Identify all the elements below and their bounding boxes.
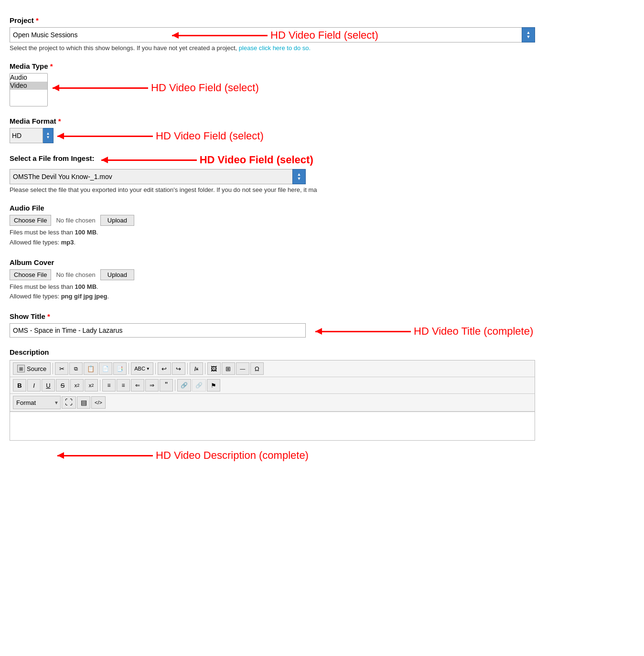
editor-content-area[interactable]: [10, 412, 535, 440]
unlink-btn[interactable]: 🔗: [192, 379, 206, 391]
ingest-label: Select a File from Ingest: HD Video Fiel…: [10, 154, 535, 166]
fullscreen-btn[interactable]: ⛶: [62, 396, 76, 409]
copy-btn[interactable]: ⧉: [69, 362, 83, 375]
italic-btn[interactable]: I: [27, 379, 41, 391]
blockquote-btn[interactable]: ": [160, 379, 173, 391]
subscript-btn[interactable]: x2: [70, 379, 84, 391]
project-label: Project *: [10, 16, 535, 24]
hr-btn[interactable]: —: [236, 362, 249, 375]
annotation-media-type: HD Video Field (select): [151, 82, 259, 94]
underline-btn[interactable]: U: [42, 379, 55, 391]
media-type-select[interactable]: Audio Video: [10, 73, 48, 106]
unordered-list-btn[interactable]: ≡: [117, 379, 130, 391]
project-select[interactable]: Open Music Sessions: [10, 27, 535, 42]
audio-file-label: Audio File: [10, 204, 535, 212]
indent-btn[interactable]: ⇒: [145, 379, 159, 391]
paste-word-btn[interactable]: 📑: [113, 362, 127, 375]
redo-btn[interactable]: ↪: [172, 362, 185, 375]
toolbar-sep-7: [175, 380, 175, 391]
album-choose-file-btn[interactable]: Choose File: [10, 269, 51, 280]
paste-text-btn[interactable]: 📄: [99, 362, 112, 375]
spellcheck-btn[interactable]: ABC ▼: [131, 362, 153, 375]
show-title-label: Show Title *: [10, 312, 535, 320]
media-format-label: Media Format *: [10, 117, 535, 125]
audio-no-file-label: No file chosen: [56, 217, 95, 224]
album-cover-label: Album Cover: [10, 258, 535, 266]
annotation-description: HD Video Description (complete): [156, 449, 309, 462]
anchor-btn[interactable]: ⚑: [207, 379, 220, 391]
special-chars-btn[interactable]: Ω: [250, 362, 264, 375]
toolbar-row-2: B I U S x2 x2 ≡ ≡ ⇐ ⇒ " 🔗 🔗 ⚑: [10, 377, 535, 394]
show-title-input[interactable]: [10, 323, 306, 338]
annotation-ingest: HD Video Field (select): [200, 154, 313, 166]
strike-btn[interactable]: S: [56, 379, 69, 391]
toolbar-sep-6: [100, 380, 100, 391]
toolbar-sep-4: [187, 363, 188, 374]
image-btn[interactable]: 🖼: [207, 362, 221, 375]
bold-btn[interactable]: B: [13, 379, 26, 391]
source-icon: ⊞: [17, 365, 25, 372]
undo-btn[interactable]: ↩: [158, 362, 171, 375]
paste-btn[interactable]: 📋: [84, 362, 98, 375]
audio-choose-file-btn[interactable]: Choose File: [10, 215, 51, 226]
project-note: Select the project to which this show be…: [10, 44, 535, 52]
superscript-btn[interactable]: x2: [85, 379, 98, 391]
format-dropdown[interactable]: Format Heading 1 Heading 2 Heading 3 Par…: [13, 396, 61, 409]
album-file-note: Files must be less than 100 MB. Allowed …: [10, 282, 535, 302]
audio-file-row: Choose File No file chosen Upload: [10, 215, 535, 226]
description-label: Description: [10, 348, 535, 356]
album-upload-btn[interactable]: Upload: [100, 269, 134, 280]
toolbar-sep-3: [155, 363, 156, 374]
source-code-btn[interactable]: </>: [91, 396, 106, 409]
source-btn[interactable]: ⊞ Source: [13, 362, 51, 375]
audio-file-note: Files must be less than 100 MB. Allowed …: [10, 228, 535, 248]
toolbar-row-3: Format Heading 1 Heading 2 Heading 3 Par…: [10, 394, 535, 412]
album-no-file-label: No file chosen: [56, 271, 95, 278]
toolbar-sep-1: [53, 363, 53, 374]
ingest-note: Please select the file that you exported…: [10, 186, 535, 193]
show-blocks-btn[interactable]: ▤: [77, 396, 90, 409]
annotation-show-title: HD Video Title (complete): [414, 325, 533, 338]
ingest-select[interactable]: OMSThe Devil You Know-_1.mov: [10, 169, 306, 184]
toolbar-sep-2: [129, 363, 129, 374]
outdent-btn[interactable]: ⇐: [131, 379, 144, 391]
remove-format-btn[interactable]: Ix: [190, 362, 203, 375]
annotation-media-format: HD Video Field (select): [156, 130, 264, 142]
link-btn[interactable]: 🔗: [177, 379, 191, 391]
cut-btn[interactable]: ✂: [55, 362, 68, 375]
media-format-select[interactable]: HD SD: [10, 128, 43, 143]
media-format-arrow: [43, 128, 54, 143]
ordered-list-btn[interactable]: ≡: [102, 379, 116, 391]
project-note-link[interactable]: please click here to do so.: [239, 44, 311, 52]
audio-upload-btn[interactable]: Upload: [100, 215, 134, 226]
ingest-select-wrapper: OMSThe Devil You Know-_1.mov: [10, 169, 306, 184]
album-cover-row: Choose File No file chosen Upload: [10, 269, 535, 280]
toolbar-row-1: ⊞ Source ✂ ⧉ 📋 📄 📑 ABC ▼ ↩ ↪ Ix 🖼 ⊞ — Ω: [10, 360, 535, 377]
media-type-label: Media Type *: [10, 62, 535, 70]
table-btn[interactable]: ⊞: [222, 362, 235, 375]
toolbar-sep-5: [205, 363, 205, 374]
description-editor: ⊞ Source ✂ ⧉ 📋 📄 📑 ABC ▼ ↩ ↪ Ix 🖼 ⊞ — Ω …: [10, 360, 535, 441]
format-dropdown-wrapper: Format Heading 1 Heading 2 Heading 3 Par…: [13, 396, 61, 409]
media-format-wrapper: HD SD: [10, 128, 54, 143]
